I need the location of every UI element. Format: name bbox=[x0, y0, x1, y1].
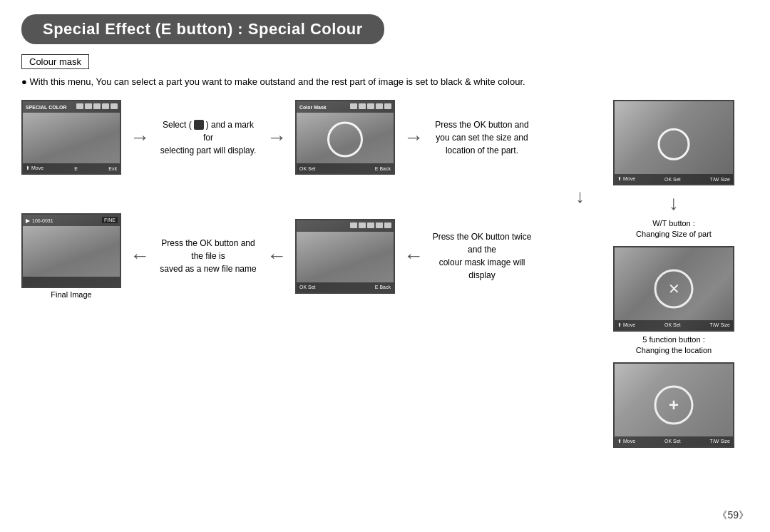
step2-bottom-right: E Back bbox=[375, 166, 391, 171]
step3-circle bbox=[658, 128, 690, 160]
step2-screen-label: Color Mask bbox=[299, 105, 327, 110]
step1-bottom-left: ⬆ Move bbox=[26, 165, 43, 171]
step4-circle-x bbox=[654, 269, 694, 308]
step5-bottom-bar: OK Set E Back bbox=[297, 282, 394, 292]
arrow-step3-down: ↓ bbox=[669, 192, 679, 215]
step6-file-icon: ▶ bbox=[26, 218, 30, 224]
step6-file-number: 100-0031 bbox=[32, 218, 53, 223]
step4b-circle-plus bbox=[654, 385, 694, 424]
fn5-button-label: 5 function button :Changing the location bbox=[636, 334, 712, 357]
step4b-screen: ⬆ Move OK Set T/W Size bbox=[613, 362, 734, 448]
step4-bottom-mid: OK Set bbox=[664, 322, 681, 327]
step1-screen-label: SPECIAL COLOR bbox=[26, 105, 66, 110]
step2-circle bbox=[327, 121, 363, 157]
step4-bottom-left: ⬆ Move bbox=[617, 322, 635, 328]
step4-bottom-right: T/W Size bbox=[710, 322, 730, 327]
step4b-bottom-mid: OK Set bbox=[664, 439, 681, 444]
step4-screen: ⬆ Move OK Set T/W Size bbox=[613, 246, 734, 332]
arrow-step1-to-text: → bbox=[130, 126, 150, 149]
step5-screen: OK Set E Back bbox=[295, 219, 395, 294]
step1-bottom-right: Exit bbox=[108, 166, 117, 171]
step2-bottom-left: OK Set bbox=[299, 166, 316, 171]
step4b-bottom-bar: ⬆ Move OK Set T/W Size bbox=[615, 436, 733, 446]
wt-button-label: W/T button :Changing Size of part bbox=[636, 218, 712, 240]
step3-screen: ⬆ Move OK Set T/W Size bbox=[613, 100, 734, 185]
step3-bottom-left: ⬆ Move bbox=[617, 176, 635, 182]
step2-screen: Color Mask OK Set E Back bbox=[295, 100, 395, 175]
arrow-step5-to-text: ← bbox=[404, 245, 423, 267]
step2-bottom-bar: OK Set E Back bbox=[297, 163, 394, 173]
step5-bottom-left: OK Set bbox=[299, 285, 316, 290]
step1-bottom-bar: ⬆ Move E Exit bbox=[23, 163, 120, 173]
step1-screen: SPECIAL COLOR ⬆ Move E Exit bbox=[21, 100, 121, 175]
step5-text: Press the OK button twice and thecolour … bbox=[432, 230, 532, 282]
select-icon bbox=[194, 120, 204, 130]
step1-bottom-mid: E bbox=[74, 166, 78, 171]
final-image-label: Final Image bbox=[51, 290, 91, 299]
arrow-text-to-step2: → bbox=[267, 126, 287, 149]
step6-screen: ▶ 100-0031 FINE bbox=[21, 213, 121, 288]
step6-bottom-bar bbox=[23, 277, 120, 287]
arrow-step6-to-text: ← bbox=[130, 245, 150, 267]
right-panel: ⬆ Move OK Set T/W Size ↓ W/T button :Cha… bbox=[599, 100, 749, 451]
step6-text: Press the OK button and the file issaved… bbox=[158, 237, 258, 275]
step3-bottom-bar: ⬆ Move OK Set T/W Size bbox=[615, 174, 733, 184]
step4b-bottom-left: ⬆ Move bbox=[617, 439, 635, 444]
page-title: Special Effect (E button) : Special Colo… bbox=[43, 20, 363, 39]
arrow-text-to-step5: ← bbox=[267, 245, 287, 267]
step5-bottom-right: E Back bbox=[375, 285, 391, 290]
step1-text: Select () and a mark forselecting part w… bbox=[158, 118, 258, 157]
step3-bottom-mid: OK Set bbox=[664, 177, 681, 182]
colour-mask-badge: Colour mask bbox=[21, 54, 89, 69]
step3-bottom-right: T/W Size bbox=[710, 177, 730, 182]
step4b-bottom-right: T/W Size bbox=[710, 439, 730, 444]
title-bar: Special Effect (E button) : Special Colo… bbox=[21, 14, 384, 44]
page-number: 《59》 bbox=[717, 509, 749, 522]
arrow-down-to-step3: ↓ bbox=[575, 185, 585, 207]
description-text: With this menu, You can select a part yo… bbox=[21, 76, 749, 87]
arrow-step2-to-text: → bbox=[404, 126, 423, 149]
step4-bottom-bar: ⬆ Move OK Set T/W Size bbox=[615, 320, 733, 330]
step2-text: Press the OK button and you can set the … bbox=[432, 118, 532, 157]
